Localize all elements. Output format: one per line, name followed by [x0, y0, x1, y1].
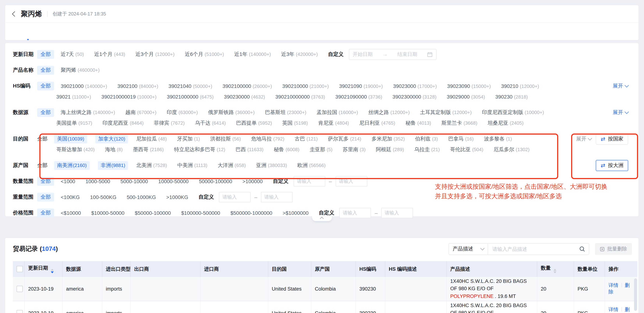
filter-option-country[interactable]: 墨西哥2186 — [133, 146, 164, 153]
filter-option-range[interactable]: 50000-100000 — [199, 178, 232, 184]
filter-option-country[interactable]: 古巴121 — [295, 136, 318, 142]
filter-all-option[interactable]: 全部 — [37, 177, 54, 186]
batch-delete-button[interactable]: 批量删除 — [595, 243, 632, 255]
search-field-select[interactable]: 产品描述 — [449, 244, 488, 255]
filter-option-country[interactable]: 巴西11633 — [236, 146, 264, 153]
filter-option[interactable]: 近3年420000+ — [281, 51, 318, 57]
filter-option[interactable]: 3902104050000+ — [168, 83, 212, 89]
filter-option-country[interactable]: 阿根廷289 — [376, 146, 404, 153]
filter-option-country[interactable]: 多米尼加352 — [372, 136, 405, 142]
filter-option[interactable]: 近7天50 — [61, 51, 84, 57]
filter-option-range[interactable]: >100000 — [242, 178, 263, 184]
filter-option[interactable]: 英国5198 — [282, 120, 308, 126]
custom-option[interactable]: 自定义 — [198, 194, 214, 200]
filter-all-option[interactable]: 全部 — [37, 208, 54, 217]
search-input[interactable] — [492, 246, 577, 252]
filter-option[interactable]: 390210000006475 — [167, 94, 214, 99]
filter-option-country[interactable]: 巴拿马16 — [448, 136, 474, 142]
filter-option[interactable]: 越南67000+ — [125, 109, 156, 116]
filter-option-country[interactable]: 洪都拉斯56 — [210, 136, 241, 142]
filter-all-option[interactable]: 全部 — [37, 108, 54, 117]
custom-option[interactable]: 自定义 — [319, 210, 334, 216]
switch-by-continent-button[interactable]: ⇄按大洲 — [596, 160, 628, 171]
filter-option[interactable]: 聚丙烯460000+ — [61, 67, 100, 73]
filter-option[interactable]: 巴基斯坦23000+ — [265, 109, 306, 116]
filter-option-range[interactable]: $100000-500000 — [181, 210, 220, 216]
filter-option[interactable]: 印度尼西亚定制版10000+ — [482, 109, 544, 116]
filter-option-country[interactable]: 牙买加1 — [177, 136, 200, 142]
filter-option-continent[interactable]: 非洲9881 — [98, 161, 128, 170]
filter-option-continent[interactable]: 欧洲56566 — [297, 162, 326, 169]
filter-all-option[interactable]: 全部 — [37, 161, 48, 170]
filter-option[interactable]: 390210900003736 — [336, 94, 382, 99]
filter-option[interactable]: 孟加拉国16000+ — [317, 109, 358, 116]
filter-option-country[interactable]: 特立尼达和多巴哥12 — [174, 146, 225, 153]
row-checkbox[interactable] — [16, 310, 23, 313]
filter-option[interactable]: 3902302818 — [495, 94, 528, 99]
filter-option-country[interactable]: 美国10039 — [54, 134, 87, 143]
filter-all-option[interactable]: 全部 — [37, 193, 54, 201]
filter-option[interactable]: 俄罗斯铁路36000+ — [208, 109, 255, 116]
collapse-filters-button[interactable] — [312, 216, 332, 221]
filter-option[interactable]: 3902309015000+ — [447, 83, 491, 89]
back-chevron-icon[interactable] — [12, 11, 17, 16]
filter-option-range[interactable]: 5000-10000 — [120, 178, 148, 184]
filter-option-country[interactable]: 伯利兹3 — [415, 136, 438, 142]
filter-option-continent[interactable]: 中美洲1113 — [178, 162, 207, 169]
filter-option-continent[interactable]: 大洋洲658 — [218, 162, 246, 169]
filter-option[interactable]: 海上丝绸之路140000+ — [61, 109, 115, 116]
sort-icons[interactable] — [553, 269, 556, 274]
filter-option-range[interactable]: 500-1000KG — [127, 194, 156, 200]
filter-option-continent[interactable]: 北美洲7528 — [136, 162, 167, 169]
filter-option[interactable]: 39021000021000+ — [282, 83, 329, 89]
filter-option-range[interactable]: $10000-50000 — [91, 210, 124, 216]
filter-all-option[interactable]: 全部 — [37, 50, 54, 59]
filter-option[interactable]: 尼日利亚4765 — [359, 120, 395, 126]
filter-option[interactable]: 3902100000003763 — [275, 94, 325, 99]
filter-option-country[interactable]: 加拿大120 — [95, 134, 128, 143]
search-icon[interactable] — [579, 246, 585, 252]
switch-by-country-button[interactable]: ⇄按国家 — [596, 133, 628, 144]
filter-option[interactable]: 3902111000+ — [56, 94, 91, 99]
filter-option-range[interactable]: 1000-5000 — [86, 178, 110, 184]
filter-option-range[interactable]: <$10000 — [61, 210, 81, 216]
filter-option-country[interactable]: 乌拉圭21 — [414, 146, 440, 153]
filter-option[interactable]: 丝绸之路12000+ — [368, 109, 410, 116]
filter-option-country[interactable]: 圭亚那5 — [310, 146, 332, 153]
custom-option[interactable]: 自定义 — [328, 51, 344, 57]
filter-option[interactable]: 乌干达6414 — [195, 120, 226, 126]
filter-option[interactable]: 390290003054 — [447, 94, 485, 99]
filter-option[interactable]: 近1个月443 — [94, 51, 125, 57]
date-range-picker[interactable]: 开始日期 → 结束日期 — [349, 49, 436, 60]
filter-option-country[interactable]: 波多黎各1 — [484, 136, 512, 142]
expand-toggle[interactable]: 展开 — [613, 83, 628, 89]
filter-option[interactable]: 39021000140000+ — [61, 83, 107, 89]
filter-option[interactable]: 近1年140000+ — [234, 51, 271, 57]
select-all-checkbox[interactable] — [16, 266, 23, 272]
filter-option[interactable]: 390210084000+ — [118, 83, 158, 89]
table-scrollbar-thumb[interactable] — [634, 279, 637, 311]
range-min-input[interactable] — [340, 208, 371, 218]
filter-option[interactable]: 印度63000+ — [167, 109, 198, 116]
row-checkbox[interactable] — [16, 286, 23, 292]
filter-option[interactable]: 近3个月12000+ — [136, 51, 174, 57]
detail-link[interactable]: 详情 — [608, 283, 618, 288]
filter-all-option[interactable]: 全部 — [37, 134, 48, 143]
range-max-input[interactable] — [381, 208, 413, 218]
filter-option-continent[interactable]: 亚洲380033 — [256, 162, 287, 169]
filter-option-country[interactable]: 苏里南3 — [343, 146, 366, 153]
expand-toggle[interactable]: 展开 — [576, 136, 592, 142]
filter-option[interactable]: 近6个月51000+ — [185, 51, 224, 57]
filter-option[interactable]: 巴西提单5952 — [236, 120, 272, 126]
filter-option-country[interactable]: 萨尔瓦多214 — [328, 136, 362, 142]
filter-option-range[interactable]: 10000-50000 — [158, 178, 188, 184]
sort-icons[interactable] — [50, 269, 54, 274]
filter-option-country[interactable]: 海地8 — [105, 146, 123, 153]
expand-toggle[interactable]: 展开 — [613, 109, 628, 116]
filter-option[interactable]: 39023000003128 — [392, 94, 436, 99]
filter-option[interactable]: 秘鲁4013 — [406, 120, 431, 126]
filter-option[interactable]: 肯尼亚4804 — [318, 120, 349, 126]
filter-option[interactable]: 土耳其定制版12000+ — [420, 109, 472, 116]
filter-option-country[interactable]: 危地马拉792 — [251, 136, 284, 142]
filter-option-range[interactable]: >1000KG — [166, 194, 188, 200]
